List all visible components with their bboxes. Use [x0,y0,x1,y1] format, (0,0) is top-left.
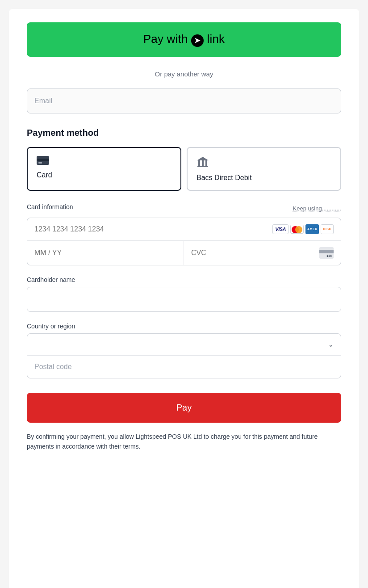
svg-rect-2 [38,162,42,164]
consent-text: By confirming your payment, you allow Li… [27,432,341,452]
divider-line-left [27,74,149,74]
mm-yy-field[interactable] [27,241,184,265]
country-section: Country or region ⌄ [27,323,341,378]
cardholder-section: Cardholder name [27,276,341,312]
card-method-option[interactable]: Card [27,147,181,191]
cvc-card-icon: 135 [319,247,334,259]
visa-icon: VISA [272,224,289,234]
bacs-method-option[interactable]: Bacs Direct Debit [187,147,341,191]
svg-marker-3 [197,157,209,160]
card-input-group: VISA AMEX DISC 1 [27,218,341,265]
mm-yy-input[interactable] [34,249,176,257]
svg-rect-7 [197,166,208,167]
divider: Or pay another way [27,70,341,78]
postal-code-input[interactable] [27,356,341,378]
country-region-group: ⌄ [27,333,341,378]
link-label: link [207,32,225,46]
svg-rect-1 [37,159,49,161]
card-info-label: Card information [27,203,73,210]
card-number-input[interactable] [34,225,272,233]
pay-button[interactable]: Pay [27,393,341,423]
payment-method-section: Payment method Card [27,128,341,191]
bank-icon [197,156,331,170]
pay-with-label: Pay with [143,32,188,46]
divider-line-right [219,74,341,74]
payment-method-options: Card Bacs Direct Debit [27,147,341,191]
chevron-down-icon: ⌄ [328,341,334,348]
bacs-method-label: Bacs Direct Debit [197,174,331,182]
cvc-field[interactable]: 135 [184,241,341,265]
divider-text: Or pay another way [155,70,213,78]
card-information-section: Card information Keep using............ … [27,203,341,265]
amex-icon: AMEX [305,224,319,234]
payment-container: Pay with ➤ link Or pay another way Payme… [9,9,359,588]
discover-icon: DISC [321,224,334,234]
card-icon [37,156,171,168]
cvc-stripe [319,250,334,253]
keep-using-text: Keep using............ [293,205,341,212]
card-bottom-row: 135 [27,241,341,265]
pay-with-link-text: Pay with ➤ link [143,32,225,47]
email-input[interactable] [27,88,341,113]
country-label: Country or region [27,323,341,330]
cardholder-label: Cardholder name [27,276,341,283]
pay-button-label: Pay [176,403,192,412]
card-brands: VISA AMEX DISC [272,224,334,234]
pay-with-link-button[interactable]: Pay with ➤ link [27,22,341,57]
card-info-header: Card information Keep using............ [27,203,341,214]
card-method-label: Card [37,171,171,179]
svg-rect-5 [202,160,204,166]
mastercard-icon [290,225,304,234]
card-number-row: VISA AMEX DISC [27,218,341,241]
cardholder-name-input[interactable] [27,287,341,312]
svg-rect-6 [205,160,207,166]
country-select-row[interactable]: ⌄ [27,334,341,356]
svg-rect-4 [198,160,200,166]
cvc-sample-number: 135 [326,254,332,257]
payment-method-title: Payment method [27,128,341,138]
cvc-input[interactable] [191,249,319,257]
link-arrow-icon: ➤ [191,34,204,47]
